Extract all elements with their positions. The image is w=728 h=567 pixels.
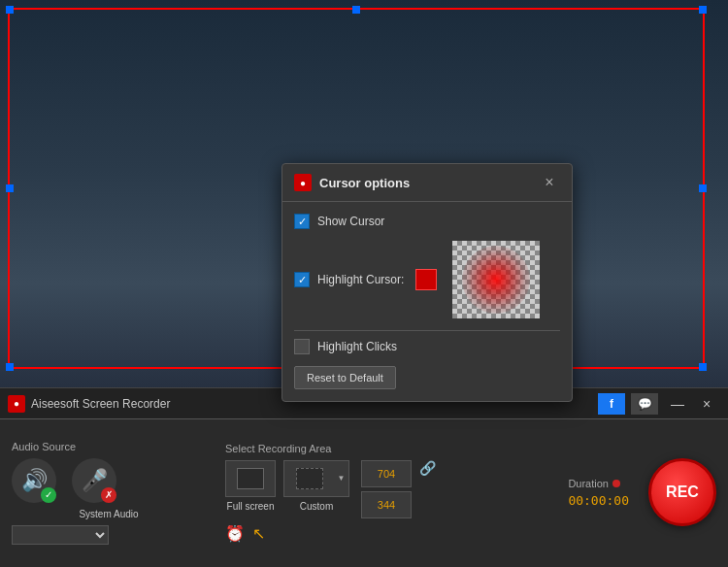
recording-options: Full screen ▼ Custom bbox=[225, 460, 478, 518]
glow-effect bbox=[462, 246, 530, 314]
highlight-color-swatch[interactable] bbox=[415, 269, 437, 290]
cursor-preview bbox=[452, 241, 540, 318]
duration-time-display: 00:00:00 bbox=[568, 493, 629, 508]
app-title: Aiseesoft Screen Recorder bbox=[31, 397, 170, 411]
highlight-cursor-checkbox[interactable]: ✓ bbox=[294, 272, 310, 287]
taskbar-main: Audio Source 🔊 ✓ 🎤 ✗ System Audio bbox=[0, 419, 728, 565]
audio-source-dropdown[interactable] bbox=[12, 525, 109, 545]
dialog-app-icon: ● bbox=[294, 174, 312, 191]
link-icon-wrap: 🔗 bbox=[419, 460, 436, 476]
microphone-icon[interactable]: 🎤 ✗ bbox=[72, 458, 116, 503]
handle-top-left[interactable] bbox=[6, 6, 14, 14]
custom-dropdown-arrow[interactable]: ▼ bbox=[334, 460, 349, 497]
duration-section: Duration 00:00:00 bbox=[568, 478, 629, 508]
audio-enabled-badge: ✓ bbox=[41, 487, 56, 503]
height-input-row bbox=[361, 491, 412, 518]
duration-dot-icon bbox=[612, 480, 620, 487]
dialog-header: ● Cursor options × bbox=[282, 164, 572, 202]
custom-button-group: ▼ bbox=[283, 460, 349, 497]
handle-mid-left[interactable] bbox=[6, 184, 14, 192]
custom-option: ▼ Custom bbox=[283, 460, 349, 512]
handle-mid-right[interactable] bbox=[699, 184, 707, 192]
width-input-row bbox=[361, 460, 412, 487]
duration-label-row: Duration bbox=[568, 478, 620, 489]
close-button[interactable]: × bbox=[693, 393, 720, 415]
mic-disabled-badge: ✗ bbox=[101, 487, 116, 503]
dialog-body: ✓ Show Cursor ✓ Highlight Cursor: Highli… bbox=[282, 202, 572, 401]
taskbar: ● Aiseesoft Screen Recorder f 💬 — × Audi… bbox=[0, 387, 728, 567]
checkmark-icon: ✓ bbox=[298, 217, 307, 227]
handle-top-center[interactable] bbox=[352, 6, 360, 14]
rec-icons-row: ⏰ ↖ bbox=[225, 524, 478, 543]
duration-label-text: Duration bbox=[568, 478, 609, 489]
chat-button[interactable]: 💬 bbox=[631, 393, 658, 415]
recording-section: Select Recording Area Full screen ▼ bbox=[225, 443, 478, 543]
highlight-clicks-checkbox[interactable] bbox=[294, 339, 310, 354]
minimize-button[interactable]: — bbox=[664, 393, 691, 415]
checkmark-icon2: ✓ bbox=[298, 275, 307, 285]
highlight-clicks-row: Highlight Clicks bbox=[294, 339, 560, 354]
show-cursor-row: ✓ Show Cursor bbox=[294, 214, 560, 229]
system-audio-label: System Audio bbox=[12, 509, 206, 519]
full-screen-icon bbox=[237, 468, 264, 489]
show-cursor-checkbox[interactable]: ✓ bbox=[294, 214, 310, 229]
handle-bot-right[interactable] bbox=[699, 363, 707, 371]
link-dimensions-icon[interactable]: 🔗 bbox=[419, 460, 436, 476]
handle-bot-left[interactable] bbox=[6, 363, 14, 371]
rec-button[interactable]: REC bbox=[648, 458, 716, 526]
audio-icons: 🔊 ✓ 🎤 ✗ bbox=[12, 458, 206, 503]
full-screen-label: Full screen bbox=[227, 501, 275, 512]
system-audio-icon[interactable]: 🔊 ✓ bbox=[12, 458, 56, 503]
width-input[interactable] bbox=[361, 460, 412, 487]
alarm-icon[interactable]: ⏰ bbox=[225, 524, 245, 543]
dialog-title-row: ● Cursor options bbox=[294, 174, 410, 191]
highlight-cursor-row: ✓ Highlight Cursor: bbox=[294, 241, 560, 318]
taskbar-controls: f 💬 — × bbox=[598, 393, 720, 415]
handle-top-right[interactable] bbox=[699, 6, 707, 14]
cursor-icon[interactable]: ↖ bbox=[252, 524, 265, 543]
custom-area-icon bbox=[296, 468, 323, 489]
audio-section-label: Audio Source bbox=[12, 441, 206, 452]
audio-section: Audio Source 🔊 ✓ 🎤 ✗ System Audio bbox=[12, 441, 206, 545]
highlight-clicks-label: Highlight Clicks bbox=[317, 340, 397, 353]
recording-area-label: Select Recording Area bbox=[225, 443, 478, 454]
taskbar-title-left: ● Aiseesoft Screen Recorder bbox=[8, 395, 170, 413]
height-input[interactable] bbox=[361, 491, 412, 518]
chat-icon: 💬 bbox=[638, 397, 652, 411]
system-audio-wrap: 🔊 ✓ bbox=[12, 458, 56, 503]
mic-audio-wrap: 🎤 ✗ bbox=[72, 458, 116, 503]
divider bbox=[294, 330, 560, 331]
full-screen-option: Full screen bbox=[225, 460, 276, 512]
custom-label: Custom bbox=[300, 501, 333, 512]
dialog-close-button[interactable]: × bbox=[539, 172, 560, 193]
app-icon: ● bbox=[8, 395, 25, 413]
facebook-button[interactable]: f bbox=[598, 393, 625, 415]
show-cursor-label: Show Cursor bbox=[317, 215, 384, 228]
dialog-title: Cursor options bbox=[319, 176, 410, 190]
dimension-controls bbox=[361, 460, 412, 518]
full-screen-button[interactable] bbox=[225, 460, 276, 497]
highlight-cursor-label: Highlight Cursor: bbox=[317, 273, 404, 286]
cursor-options-dialog: ● Cursor options × ✓ Show Cursor ✓ Highl… bbox=[281, 163, 573, 402]
reset-to-default-button[interactable]: Reset to Default bbox=[294, 366, 396, 389]
custom-area-button[interactable] bbox=[283, 460, 334, 497]
